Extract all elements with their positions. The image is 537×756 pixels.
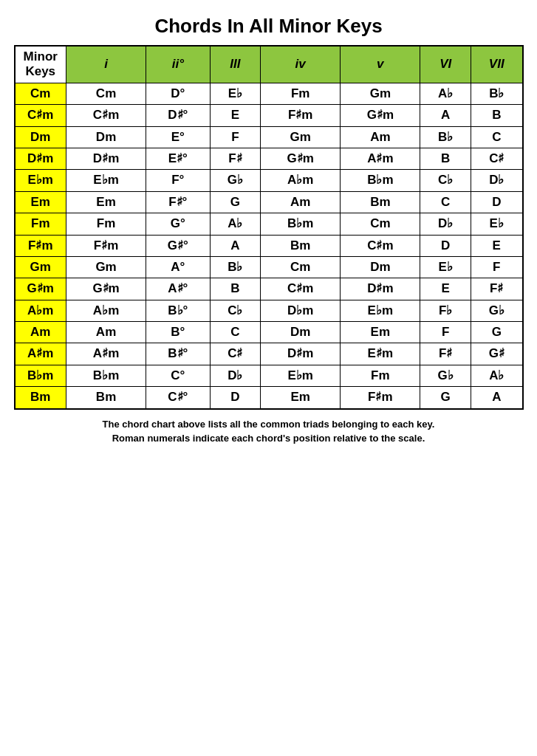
key-cell: Bm [15,387,66,409]
chord-cell-11-1: B° [146,322,210,343]
chord-cell-7-2: A [210,235,261,256]
chord-cell-10-4: E♭m [341,300,420,321]
chord-cell-2-5: B♭ [420,126,471,148]
page-container: Chords In All Minor Keys MinorKeys i ii°… [10,7,527,453]
key-cell: G♯m [15,278,66,300]
chord-cell-10-2: C♭ [210,300,261,321]
chord-cell-13-2: D♭ [210,365,261,386]
chord-cell-7-0: F♯m [66,235,146,256]
chord-cell-0-5: A♭ [420,83,471,104]
header-col-7: VII [471,46,523,83]
chord-cell-13-0: B♭m [66,365,146,386]
table-row: DmDmE°FGmAmB♭C [15,126,523,148]
table-row: G♯mG♯mA♯°BC♯mD♯mEF♯ [15,278,523,300]
key-cell: D♯m [15,148,66,169]
key-cell: Dm [15,126,66,148]
chord-cell-1-6: B [471,105,523,126]
table-row: B♭mB♭mC°D♭E♭mFmG♭A♭ [15,365,523,386]
chord-cell-1-2: E [210,105,261,126]
chord-cell-9-3: C♯m [261,278,341,300]
chord-cell-2-2: F [210,126,261,148]
chord-cell-14-3: Em [261,387,341,409]
table-row: F♯mF♯mG♯°ABmC♯mDE [15,235,523,256]
chord-cell-2-1: E° [146,126,210,148]
table-row: AmAmB°CDmEmFG [15,322,523,343]
chord-cell-2-3: Gm [261,126,341,148]
table-row: A♯mA♯mB♯°C♯D♯mE♯mF♯G♯ [15,343,523,365]
chord-cell-3-1: E♯° [146,148,210,169]
chord-cell-8-6: F [471,256,523,278]
chord-cell-11-6: G [471,322,523,343]
chord-cell-6-4: Cm [341,213,420,235]
key-cell: F♯m [15,235,66,256]
chord-cell-14-4: F♯m [341,387,420,409]
chord-cell-8-5: E♭ [420,256,471,278]
key-cell: A♯m [15,343,66,365]
chord-cell-13-6: A♭ [471,365,523,386]
chord-cell-12-1: B♯° [146,343,210,365]
page-title: Chords In All Minor Keys [14,15,524,38]
chord-cell-4-6: D♭ [471,170,523,191]
chord-cell-3-3: G♯m [261,148,341,169]
chord-cell-14-1: C♯° [146,387,210,409]
chord-cell-10-1: B♭° [146,300,210,321]
chord-cell-12-2: C♯ [210,343,261,365]
table-row: FmFmG°A♭B♭mCmD♭E♭ [15,213,523,235]
key-cell: Am [15,322,66,343]
chord-cell-7-1: G♯° [146,235,210,256]
chord-cell-0-3: Fm [261,83,341,104]
chord-cell-14-2: D [210,387,261,409]
chord-cell-5-3: Am [261,191,341,213]
chord-cell-10-6: G♭ [471,300,523,321]
chord-cell-4-4: B♭m [341,170,420,191]
header-key: MinorKeys [15,46,66,83]
chord-cell-13-5: G♭ [420,365,471,386]
chord-cell-1-0: C♯m [66,105,146,126]
chord-cell-3-5: B [420,148,471,169]
header-col-6: VI [420,46,471,83]
key-cell: A♭m [15,300,66,321]
key-cell: E♭m [15,170,66,191]
key-cell: C♯m [15,105,66,126]
chord-table: MinorKeys i ii° III iv v VI VII CmCmD°E♭… [14,45,524,410]
chord-cell-9-0: G♯m [66,278,146,300]
table-row: C♯mC♯mD♯°EF♯mG♯mAB [15,105,523,126]
chord-cell-0-4: Gm [341,83,420,104]
chord-cell-12-5: F♯ [420,343,471,365]
table-row: BmBmC♯°DEmF♯mGA [15,387,523,409]
chord-cell-14-5: G [420,387,471,409]
chord-cell-8-1: A° [146,256,210,278]
chord-cell-6-6: E♭ [471,213,523,235]
chord-cell-1-5: A [420,105,471,126]
key-cell: Gm [15,256,66,278]
chord-cell-11-3: Dm [261,322,341,343]
chord-cell-9-5: E [420,278,471,300]
key-cell: Fm [15,213,66,235]
chord-cell-5-6: D [471,191,523,213]
chord-cell-0-2: E♭ [210,83,261,104]
header-col-3: III [210,46,261,83]
chord-cell-4-1: F° [146,170,210,191]
chord-cell-3-2: F♯ [210,148,261,169]
chord-cell-9-6: F♯ [471,278,523,300]
chord-cell-2-6: C [471,126,523,148]
chord-cell-14-0: Bm [66,387,146,409]
chord-cell-11-5: F [420,322,471,343]
chord-cell-1-4: G♯m [341,105,420,126]
chord-cell-8-4: Dm [341,256,420,278]
table-row: A♭mA♭mB♭°C♭D♭mE♭mF♭G♭ [15,300,523,321]
chord-cell-10-0: A♭m [66,300,146,321]
chord-cell-12-3: D♯m [261,343,341,365]
chord-cell-9-1: A♯° [146,278,210,300]
table-row: EmEmF♯°GAmBmCD [15,191,523,213]
chord-cell-13-3: E♭m [261,365,341,386]
chord-cell-4-0: E♭m [66,170,146,191]
chord-cell-3-4: A♯m [341,148,420,169]
chord-cell-0-6: B♭ [471,83,523,104]
header-col-4: iv [261,46,341,83]
chord-cell-2-4: Am [341,126,420,148]
table-row: CmCmD°E♭FmGmA♭B♭ [15,83,523,104]
key-cell: Cm [15,83,66,104]
chord-cell-5-0: Em [66,191,146,213]
chord-cell-7-3: Bm [261,235,341,256]
